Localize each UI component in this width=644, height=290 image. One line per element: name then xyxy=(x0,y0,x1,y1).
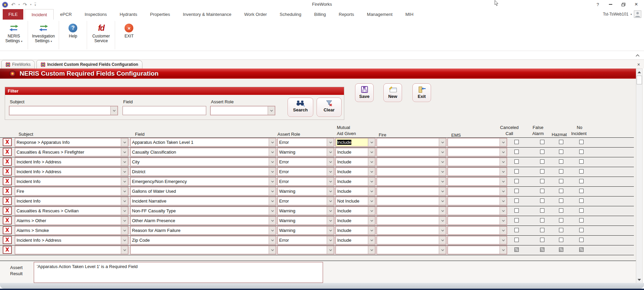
hazmat-checkbox[interactable] xyxy=(559,140,563,144)
ribbon-tab-epcr[interactable]: ePCR xyxy=(54,9,78,20)
mutual-aid-given-select[interactable]: Include xyxy=(336,158,375,166)
dropdown-arrow-icon[interactable] xyxy=(439,187,446,195)
dropdown-arrow-icon[interactable] xyxy=(269,236,276,244)
dropdown-arrow-icon[interactable] xyxy=(269,217,276,225)
ribbon-tab-hydrants[interactable]: Hydrants xyxy=(113,9,143,20)
dropdown-arrow-icon[interactable] xyxy=(269,207,276,215)
subject-select[interactable]: Alarms > Other xyxy=(15,216,128,225)
dropdown-arrow-icon[interactable] xyxy=(500,197,507,205)
dropdown-arrow-icon[interactable] xyxy=(269,178,276,185)
subject-select[interactable]: Casualties & Rescues > Firefighter xyxy=(15,148,128,156)
dropdown-arrow-icon[interactable] xyxy=(368,217,375,225)
dropdown-arrow-icon[interactable] xyxy=(121,168,128,176)
dropdown-arrow-icon[interactable] xyxy=(121,178,128,185)
scrollbar-thumb[interactable] xyxy=(637,76,642,84)
dropdown-arrow-icon[interactable] xyxy=(439,236,446,244)
ribbon-tab-scheduling[interactable]: Scheduling xyxy=(273,9,308,20)
user-dropdown-icon[interactable]: ▾ xyxy=(630,13,632,16)
dropdown-arrow-icon[interactable] xyxy=(368,148,375,156)
dropdown-arrow-icon[interactable] xyxy=(327,187,334,195)
user-avatar[interactable] xyxy=(634,10,641,18)
ribbon-tab-reports[interactable]: Reports xyxy=(332,9,361,20)
subject-select[interactable]: Alarms > Smoke xyxy=(15,226,128,235)
field-select[interactable]: Casualty Classification xyxy=(130,148,276,156)
mutual-aid-given-select[interactable]: Include xyxy=(336,216,375,225)
investigation-settings-button[interactable]: InvestigationSettings ▾ xyxy=(29,20,58,50)
assert-role-select[interactable]: Error xyxy=(277,138,334,147)
ems-select[interactable] xyxy=(448,167,507,176)
dropdown-arrow-icon[interactable] xyxy=(368,207,375,215)
dropdown-arrow-icon[interactable] xyxy=(121,236,128,244)
ribbon-tab-inspections[interactable]: Inspections xyxy=(78,9,113,20)
delete-row-button[interactable]: X xyxy=(3,236,12,244)
exit-button[interactable]: ×EXIT xyxy=(116,20,142,50)
false-alarm-checkbox[interactable] xyxy=(540,169,544,174)
dropdown-arrow-icon[interactable] xyxy=(500,168,507,176)
minimize-button[interactable] xyxy=(605,1,616,8)
dropdown-arrow-icon[interactable] xyxy=(500,187,507,195)
no-incident-checkbox[interactable] xyxy=(579,150,584,154)
window-help-button[interactable]: ? xyxy=(592,1,603,8)
assert-role-select[interactable]: Error xyxy=(277,197,334,205)
fire-select[interactable] xyxy=(377,246,446,254)
dropdown-arrow-icon[interactable] xyxy=(327,148,334,156)
canceled-call-checkbox[interactable] xyxy=(514,218,519,222)
field-select[interactable]: District xyxy=(130,167,276,176)
no-incident-checkbox[interactable] xyxy=(579,159,584,164)
search-button[interactable]: Search xyxy=(288,98,313,117)
delete-row-button[interactable]: X xyxy=(3,158,12,166)
dropdown-arrow-icon[interactable] xyxy=(368,236,375,244)
no-incident-checkbox[interactable] xyxy=(579,208,584,213)
fire-select[interactable] xyxy=(377,158,446,166)
ems-select[interactable] xyxy=(448,216,507,225)
fire-select[interactable] xyxy=(377,187,446,195)
no-incident-checkbox[interactable] xyxy=(579,179,584,183)
dropdown-arrow-icon[interactable] xyxy=(327,178,334,185)
fire-select[interactable] xyxy=(377,216,446,225)
dropdown-arrow-icon[interactable] xyxy=(500,217,507,225)
hazmat-checkbox[interactable] xyxy=(559,169,563,174)
false-alarm-checkbox[interactable] xyxy=(540,238,544,242)
dropdown-arrow-icon[interactable] xyxy=(269,148,276,156)
false-alarm-checkbox[interactable] xyxy=(540,150,544,154)
delete-row-button[interactable]: X xyxy=(3,246,12,254)
ribbon-tab-properties[interactable]: Properties xyxy=(144,9,177,20)
ribbon-tab-incident[interactable]: Incident xyxy=(25,9,54,20)
dropdown-arrow-icon[interactable] xyxy=(368,187,375,195)
document-close-button[interactable]: × xyxy=(636,62,641,67)
exit-form-button[interactable]: Exit xyxy=(412,83,431,102)
dropdown-arrow-icon[interactable] xyxy=(121,207,128,215)
hazmat-checkbox[interactable] xyxy=(559,218,563,222)
assert-role-select[interactable]: Error xyxy=(277,236,334,244)
canceled-call-checkbox[interactable] xyxy=(514,179,519,183)
assert-role-select[interactable]: Warning xyxy=(277,226,334,235)
no-incident-checkbox[interactable] xyxy=(579,140,584,144)
assert-role-select[interactable]: Warning xyxy=(277,187,334,195)
dropdown-arrow-icon[interactable] xyxy=(327,138,334,146)
hazmat-checkbox[interactable] xyxy=(559,228,563,232)
filter-field-input[interactable] xyxy=(123,106,206,115)
field-select[interactable] xyxy=(130,246,276,254)
dropdown-arrow-icon[interactable] xyxy=(439,138,446,146)
false-alarm-checkbox[interactable] xyxy=(540,179,544,183)
dropdown-arrow-icon[interactable] xyxy=(121,187,128,195)
hazmat-checkbox[interactable] xyxy=(559,179,563,183)
dropdown-arrow-icon[interactable] xyxy=(500,178,507,185)
subject-select[interactable]: Incident Info > Address xyxy=(15,167,128,176)
dropdown-arrow-icon[interactable] xyxy=(500,246,507,254)
fire-select[interactable] xyxy=(377,197,446,205)
hazmat-checkbox[interactable] xyxy=(559,238,563,242)
canceled-call-checkbox[interactable] xyxy=(514,140,519,144)
ribbon-tab-management[interactable]: Management xyxy=(360,9,399,20)
field-select[interactable]: Non-FF Casualty Type xyxy=(130,207,276,215)
assert-role-select[interactable] xyxy=(277,246,334,254)
delete-row-button[interactable]: X xyxy=(3,148,12,156)
dropdown-arrow-icon[interactable] xyxy=(439,158,446,166)
ribbon-tab-work-order[interactable]: Work Order xyxy=(238,9,273,20)
help-button[interactable]: ?Help xyxy=(60,20,86,50)
dropdown-arrow-icon[interactable] xyxy=(368,138,375,146)
field-select[interactable]: Emergency/Non Emergency xyxy=(130,177,276,186)
ems-select[interactable] xyxy=(448,177,507,186)
assert-role-select[interactable]: Warning xyxy=(277,207,334,215)
false-alarm-checkbox[interactable] xyxy=(540,140,544,144)
